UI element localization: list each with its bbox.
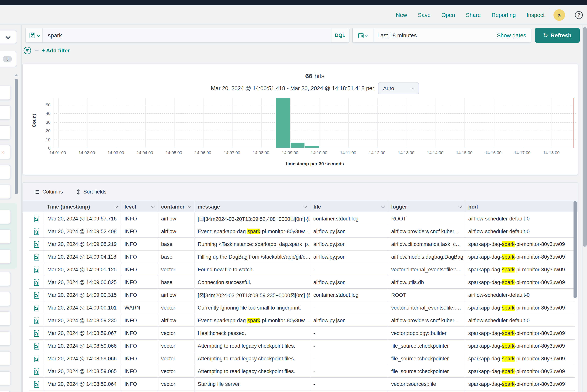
help-icon[interactable]: ? — [575, 11, 583, 19]
sidebar-field-button[interactable] — [0, 210, 11, 224]
refresh-button-label: Refresh — [551, 32, 572, 38]
expand-document-button[interactable] — [29, 289, 44, 302]
inspect-document-icon — [34, 355, 40, 362]
expand-document-button[interactable] — [29, 250, 44, 263]
chart-subtitle-row: Mar 20, 2024 @ 14:00:51.418 - Mar 20, 20… — [54, 82, 576, 94]
expand-document-button[interactable] — [29, 378, 44, 390]
nav-link-reporting[interactable]: Reporting — [492, 12, 516, 18]
nav-link-share[interactable]: Share — [466, 12, 480, 18]
table-row: Mar 20, 2024 @ 14:08:59.065INFOvectorAtt… — [29, 365, 575, 378]
filter-icon[interactable] — [23, 46, 32, 55]
sidebar-field-button[interactable] — [0, 332, 11, 346]
search-highlight: spark — [502, 381, 514, 387]
file-cell: - — [310, 378, 388, 390]
expand-document-button[interactable] — [29, 327, 44, 340]
inspect-document-icon — [34, 368, 40, 375]
sidebar-field-button[interactable] — [0, 391, 11, 392]
column-header-label: message — [198, 204, 220, 210]
sidebar-field-button[interactable] — [0, 86, 11, 100]
expand-document-button[interactable] — [29, 365, 44, 378]
column-header-pod[interactable]: pod — [465, 201, 575, 212]
h-gridline — [54, 113, 576, 114]
sidebar-field-button[interactable] — [0, 229, 11, 244]
expand-document-button[interactable] — [29, 352, 44, 365]
column-header-time-timestamp[interactable]: Time (timestamp) — [44, 201, 121, 212]
y-axis-title: Count — [32, 114, 37, 127]
expand-document-button[interactable] — [29, 212, 44, 225]
sidebar-field-button[interactable] — [0, 105, 11, 120]
query-language-button[interactable]: DQL — [331, 28, 349, 42]
table-row: Mar 20, 2024 @ 14:09:00.825INFObaseConne… — [29, 276, 575, 289]
expand-document-button[interactable] — [29, 263, 44, 276]
column-header-container[interactable]: container — [158, 201, 194, 212]
logger-cell: vector::sources::file — [388, 378, 465, 390]
column-header-file[interactable]: file — [310, 201, 388, 212]
column-header-logger[interactable]: logger — [388, 201, 465, 212]
expand-document-button[interactable] — [29, 238, 44, 250]
container-cell: base — [158, 276, 194, 289]
v-gridline — [116, 98, 116, 148]
sidebar-field-button[interactable] — [0, 312, 11, 326]
avatar[interactable]: a — [554, 9, 565, 21]
sort-fields-button[interactable]: Sort fields — [76, 189, 106, 195]
histogram-bar[interactable] — [276, 98, 290, 148]
add-filter-button[interactable]: + Add filter — [42, 48, 70, 54]
sidebar-field-button[interactable] — [0, 125, 11, 140]
expand-document-button[interactable] — [29, 302, 44, 314]
time-cell: Mar 20, 2024 @ 14:09:04.118 — [44, 250, 121, 263]
expand-document-button[interactable] — [29, 276, 44, 289]
column-header-message[interactable]: message — [194, 201, 310, 212]
chevron-down-icon — [188, 205, 191, 208]
save-icon — [29, 32, 35, 38]
sidebar-field-button[interactable] — [0, 272, 11, 286]
time-cell: Mar 20, 2024 @ 14:09:00.825 — [44, 276, 121, 289]
sidebar-field-button[interactable] — [0, 185, 11, 199]
sidebar-field-button[interactable] — [0, 165, 11, 179]
table-row: Mar 20, 2024 @ 14:09:00.315INFOairflow[☒… — [29, 289, 575, 302]
v-gridline — [465, 98, 465, 148]
window-scrollbar[interactable] — [582, 25, 587, 392]
message-cell: [☒[34m2024-03-20T13:08:59.235+0000☒[0m] … — [194, 289, 310, 302]
file-cell: airflow.py.json — [310, 276, 388, 289]
chevron-down-icon — [382, 205, 385, 208]
empty-cell — [465, 390, 575, 392]
sidebar-scrollbar[interactable] — [15, 74, 18, 194]
nav-link-save[interactable]: Save — [418, 12, 430, 18]
interval-select[interactable]: Auto — [378, 82, 419, 94]
histogram-bar[interactable] — [290, 142, 304, 148]
nav-link-open[interactable]: Open — [441, 12, 455, 18]
nav-link-inspect[interactable]: Inspect — [527, 12, 545, 18]
table-toolbar: Columns Sort fields — [23, 183, 578, 201]
saved-query-menu-button[interactable] — [26, 28, 43, 42]
message-cell: Starting file server. — [194, 378, 310, 390]
empty-cell — [29, 390, 44, 392]
expand-document-button[interactable] — [29, 340, 44, 352]
sidebar-field-button[interactable] — [0, 292, 11, 306]
sidebar-field-button[interactable] — [0, 250, 11, 264]
level-cell: WARN — [121, 302, 158, 314]
expand-document-button[interactable] — [29, 225, 44, 238]
chevron-down-icon — [151, 205, 154, 208]
pod-cell: sparkapp-dag-spark-pi-monitor-80y3uw09 — [465, 352, 575, 365]
time-cell: Mar 20, 2024 @ 14:09:00.315 — [44, 289, 121, 302]
show-dates-button[interactable]: Show dates — [497, 32, 531, 38]
date-quick-select-button[interactable] — [353, 28, 374, 42]
column-header-level[interactable]: level — [121, 201, 158, 212]
sidebar-field-button[interactable]: × — [0, 145, 11, 159]
histogram-bar[interactable] — [305, 146, 319, 148]
x-tick-label: 14:04:00 — [132, 150, 158, 155]
refresh-button[interactable]: ↻ Refresh — [535, 28, 580, 43]
search-input[interactable]: spark — [43, 28, 331, 42]
message-cell: Connection successful. — [194, 276, 310, 289]
sidebar-field-button[interactable] — [0, 371, 11, 386]
time-range-value[interactable]: Last 18 minutes — [374, 32, 497, 38]
v-gridline — [87, 98, 88, 148]
sidebar-field-button[interactable] — [0, 351, 11, 366]
x-tick-label: 14:03:00 — [102, 150, 129, 155]
columns-button[interactable]: Columns — [34, 189, 63, 195]
expand-document-button[interactable] — [29, 314, 44, 327]
table-scrollbar[interactable] — [574, 201, 576, 386]
nav-link-new[interactable]: New — [396, 12, 407, 18]
container-cell: vector — [158, 327, 194, 340]
sidebar-collapse-button[interactable] — [0, 30, 17, 44]
